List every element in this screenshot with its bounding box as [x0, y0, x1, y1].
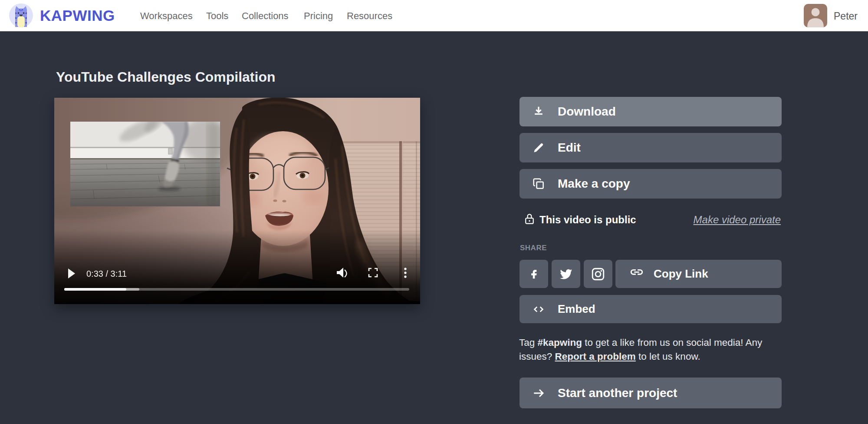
svg-text:0:33 / 3:11: 0:33 / 3:11 [86, 269, 127, 278]
